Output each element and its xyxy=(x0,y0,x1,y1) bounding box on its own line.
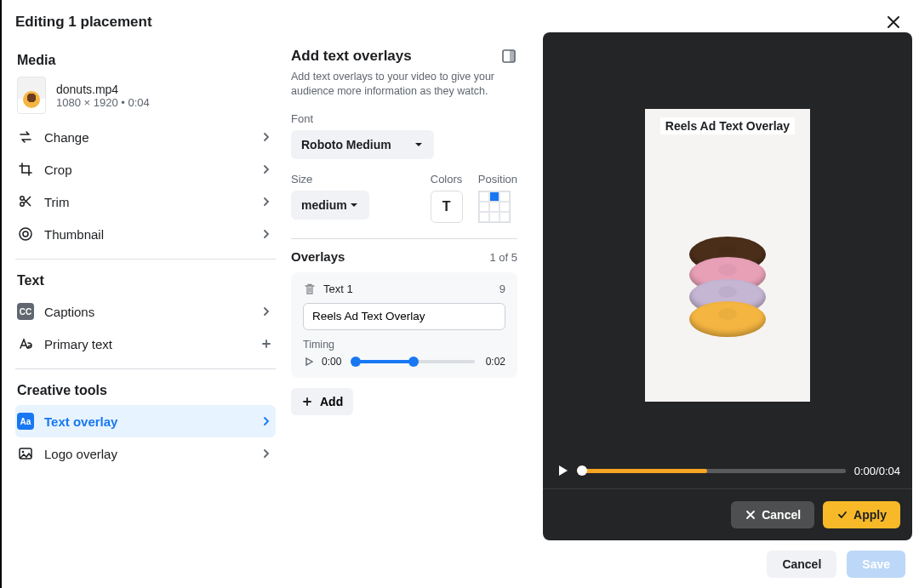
media-meta: 1080 × 1920 • 0:04 xyxy=(56,96,150,109)
timing-end: 0:02 xyxy=(482,356,505,368)
video-scrubber: 0:00/0:04 xyxy=(543,456,912,489)
panel-title: Add text overlays xyxy=(291,48,412,65)
change-label: Change xyxy=(44,130,89,145)
preview-stage: Reels Ad Text Overlay xyxy=(543,32,912,456)
size-label: Size xyxy=(291,173,369,186)
panel-description: Add text overlays to your video to give … xyxy=(291,70,517,99)
change-row[interactable]: Change xyxy=(15,121,276,153)
chevron-right-icon xyxy=(260,131,272,143)
video-content xyxy=(689,237,766,337)
thumbnail-row[interactable]: Thumbnail xyxy=(15,218,276,250)
primary-text-row[interactable]: Primary text xyxy=(15,328,276,360)
timing-range-slider[interactable] xyxy=(352,360,475,363)
dialog-footer: Cancel Save xyxy=(2,540,919,588)
primary-text-label: Primary text xyxy=(44,337,112,351)
svg-point-3 xyxy=(23,231,28,237)
trim-row[interactable]: Trim xyxy=(15,186,276,218)
font-select[interactable]: Roboto Medium xyxy=(291,130,434,159)
logo-overlay-label: Logo overlay xyxy=(44,447,117,461)
creative-tools-label: Creative tools xyxy=(15,378,276,405)
char-count: 9 xyxy=(499,283,505,295)
primary-text-icon xyxy=(17,335,34,352)
svg-point-2 xyxy=(20,228,31,240)
font-value: Roboto Medium xyxy=(301,138,391,151)
position-selector[interactable] xyxy=(478,191,511,223)
position-label: Position xyxy=(478,173,517,186)
captions-icon: CC xyxy=(17,303,34,320)
panel-toggle-icon[interactable] xyxy=(500,48,517,65)
chevron-right-icon xyxy=(260,415,272,427)
svg-rect-7 xyxy=(510,50,515,62)
preview-cancel-label: Cancel xyxy=(762,508,801,522)
timing-label: Timing xyxy=(303,339,505,351)
preview-cancel-button[interactable]: Cancel xyxy=(731,501,814,528)
overlays-label: Overlays xyxy=(291,249,345,264)
chevron-right-icon xyxy=(260,163,272,175)
trim-label: Trim xyxy=(44,195,69,209)
media-thumb xyxy=(17,77,46,114)
video-preview: Reels Ad Text Overlay xyxy=(645,109,810,402)
chevron-right-icon xyxy=(260,305,272,317)
crop-label: Crop xyxy=(44,163,72,177)
caret-down-icon xyxy=(414,140,424,150)
sidebar: Media donuts.mp4 1080 × 1920 • 0:04 Chan… xyxy=(15,37,276,540)
font-label: Font xyxy=(291,112,517,125)
preview-panel: Reels Ad Text Overlay 0:00 xyxy=(543,32,912,540)
thumbnail-label: Thumbnail xyxy=(44,227,104,242)
overlay-item-name: Text 1 xyxy=(323,283,353,295)
captions-label: Captions xyxy=(44,305,94,319)
chevron-right-icon xyxy=(260,196,272,208)
svg-point-5 xyxy=(22,451,25,454)
plus-icon xyxy=(260,338,272,350)
timing-play-button[interactable] xyxy=(303,356,315,368)
swap-icon xyxy=(17,128,34,146)
chevron-right-icon xyxy=(260,228,272,240)
play-button[interactable] xyxy=(555,463,570,478)
close-button[interactable] xyxy=(882,10,905,34)
dialog-title: Editing 1 placement xyxy=(15,14,152,31)
text-overlay-icon: Aa xyxy=(17,413,34,430)
crop-row[interactable]: Crop xyxy=(15,153,276,186)
caret-down-icon xyxy=(349,200,359,210)
trim-icon xyxy=(17,193,34,210)
colors-label: Colors xyxy=(431,173,463,186)
scrub-track[interactable] xyxy=(579,469,846,473)
preview-apply-label: Apply xyxy=(853,508,887,522)
logo-overlay-row[interactable]: Logo overlay xyxy=(15,437,276,470)
text-color-button[interactable]: T xyxy=(431,191,463,223)
media-filename: donuts.mp4 xyxy=(56,83,150,96)
overlays-count: 1 of 5 xyxy=(489,251,517,264)
thumbnail-icon xyxy=(17,225,34,243)
size-select[interactable]: medium xyxy=(291,191,369,220)
preview-apply-button[interactable]: Apply xyxy=(823,501,900,528)
divider xyxy=(15,368,276,369)
trash-icon[interactable] xyxy=(303,283,317,296)
overlay-text-preview: Reels Ad Text Overlay xyxy=(660,117,795,134)
image-icon xyxy=(17,445,34,462)
text-overlay-row[interactable]: Aa Text overlay xyxy=(15,405,276,437)
divider xyxy=(291,238,517,239)
footer-save-button[interactable]: Save xyxy=(847,551,905,578)
media-file-info: donuts.mp4 1080 × 1920 • 0:04 xyxy=(15,75,276,121)
overlay-item-card: Text 1 9 Timing 0:00 0:02 xyxy=(291,272,517,378)
text-section-label: Text xyxy=(15,268,276,295)
overlay-settings-panel: Add text overlays Add text overlays to y… xyxy=(276,37,533,540)
overlay-text-input[interactable] xyxy=(303,303,505,330)
size-value: medium xyxy=(301,198,347,212)
add-label: Add xyxy=(320,395,343,408)
divider xyxy=(15,259,276,260)
add-overlay-button[interactable]: Add xyxy=(291,388,353,415)
crop-icon xyxy=(17,161,34,178)
chevron-right-icon xyxy=(260,448,272,460)
timing-start: 0:00 xyxy=(322,356,345,368)
text-overlay-label: Text overlay xyxy=(44,414,117,429)
captions-row[interactable]: CC Captions xyxy=(15,295,276,328)
scrub-time: 0:00/0:04 xyxy=(854,465,900,477)
media-section-label: Media xyxy=(15,48,276,75)
footer-cancel-button[interactable]: Cancel xyxy=(767,551,836,578)
